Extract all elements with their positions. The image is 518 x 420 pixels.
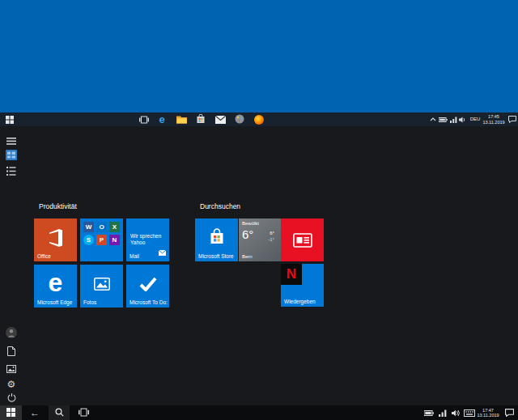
battery-icon[interactable] <box>422 405 435 420</box>
tile-news[interactable] <box>281 218 324 261</box>
start-button-top[interactable] <box>0 112 19 126</box>
back-button[interactable]: ← <box>24 405 45 420</box>
document-icon <box>7 345 15 359</box>
tile-label: Microsoft Store <box>198 253 234 259</box>
network-icon[interactable] <box>448 112 458 126</box>
start-menu-button[interactable] <box>5 134 18 147</box>
tile-microsoft-store[interactable]: Microsoft Store <box>195 218 238 261</box>
skype-icon[interactable]: S <box>83 235 94 245</box>
tile-office[interactable]: Office <box>34 218 77 261</box>
weather-city: Bern <box>242 254 253 259</box>
group-title-produktivitaet: Produktivität <box>39 202 77 210</box>
weather-low: -1° <box>268 237 274 242</box>
windows-logo-icon <box>6 405 15 420</box>
all-apps-icon <box>6 164 16 179</box>
battery-icon[interactable] <box>438 112 448 126</box>
weather-temperature: 6° <box>242 227 253 241</box>
action-center-button-top[interactable] <box>506 112 518 126</box>
all-apps-button[interactable] <box>5 165 18 178</box>
back-arrow-icon: ← <box>30 408 40 418</box>
tile-microsoft-edge[interactable]: e Microsoft Edge <box>34 265 77 308</box>
globe-app-icon <box>235 112 244 127</box>
windows-logo-icon <box>6 112 14 127</box>
date-text: 13.11.2019 <box>477 413 499 418</box>
gear-icon: ⚙ <box>7 380 16 389</box>
weather-high: 6° <box>270 231 274 235</box>
settings-button[interactable]: ⚙ <box>5 378 18 391</box>
mail-icon <box>215 112 226 127</box>
file-explorer-icon <box>176 112 187 127</box>
group-title-durchsuchen: Durchsuchen <box>200 202 240 210</box>
volume-icon[interactable] <box>450 405 461 420</box>
mail-badge-icon <box>159 244 166 259</box>
firefox-icon <box>254 115 264 125</box>
onenote-icon[interactable]: N <box>109 235 120 245</box>
taskbar-app-edge[interactable]: e <box>152 112 172 126</box>
taskbar-app-mail[interactable] <box>210 112 230 126</box>
weather-condition: Bewölkt <box>242 221 259 226</box>
powerpoint-icon[interactable]: P <box>96 235 107 245</box>
taskbar-bottom: ← 17:47 13.11.2019 <box>0 405 518 420</box>
desktop-wallpaper <box>0 0 518 112</box>
pinned-tiles-icon <box>6 149 17 163</box>
start-menu: ⚙ Produktivität Durchsuchen Office W O X… <box>0 126 518 405</box>
pictures-icon <box>6 362 16 376</box>
tile-label: Microsoft To Do: Li... <box>130 299 169 305</box>
start-button-bottom[interactable] <box>0 405 22 420</box>
user-account-button[interactable] <box>5 328 18 341</box>
netflix-n-icon: N <box>287 266 296 282</box>
tile-microsoft-todo[interactable]: Microsoft To Do: Li... <box>126 265 169 308</box>
tile-netflix[interactable]: N <box>281 264 302 285</box>
tile-label: Microsoft Edge <box>37 299 72 305</box>
action-center-icon <box>508 116 516 123</box>
taskbar-app-firefox[interactable] <box>249 112 269 126</box>
task-view-icon <box>79 405 89 420</box>
store-icon <box>196 112 206 127</box>
tile-weather[interactable]: Bewölkt 6° 6° -1° Bern <box>239 218 281 261</box>
word-icon[interactable]: W <box>83 222 94 232</box>
power-button[interactable] <box>5 392 18 405</box>
task-view-icon <box>139 112 149 127</box>
action-center-button-bottom[interactable] <box>503 405 516 420</box>
touch-keyboard-icon[interactable] <box>462 405 476 420</box>
tile-mail[interactable]: Wir sprechen Yahoo Mail <box>126 218 169 261</box>
volume-icon[interactable] <box>458 112 468 126</box>
task-view-button-top[interactable] <box>135 112 152 126</box>
search-button-bottom[interactable] <box>49 405 70 420</box>
clock-bottom[interactable]: 17:47 13.11.2019 <box>476 405 500 420</box>
task-view-button-bottom[interactable] <box>73 405 94 420</box>
date-text: 13.11.2019 <box>482 120 504 125</box>
documents-button[interactable] <box>5 346 18 358</box>
taskbar-app-file-explorer[interactable] <box>172 112 191 126</box>
screen: e <box>0 0 518 420</box>
pictures-button[interactable] <box>5 363 18 375</box>
tile-office-apps-folder[interactable]: W O X S P N <box>80 218 123 261</box>
taskbar-top: e <box>0 112 518 126</box>
action-center-icon <box>505 409 514 417</box>
tile-label: Fotos <box>83 299 96 305</box>
search-icon <box>55 405 64 420</box>
clock-top[interactable]: 17:45 13.11.2019 <box>482 112 505 126</box>
tile-fotos[interactable]: Fotos <box>80 265 123 308</box>
tray-chevron-up[interactable] <box>427 112 438 126</box>
excel-icon[interactable]: X <box>109 222 120 232</box>
language-indicator[interactable]: DEU <box>469 112 482 126</box>
taskbar-app-globe[interactable] <box>230 112 249 126</box>
edge-icon: e <box>159 114 164 125</box>
taskbar-app-store[interactable] <box>191 112 210 126</box>
tile-label: Office <box>37 253 51 259</box>
outlook-icon[interactable]: O <box>96 222 107 232</box>
hamburger-icon <box>6 134 16 148</box>
network-icon[interactable] <box>437 405 448 420</box>
news-icon <box>281 218 324 261</box>
pinned-tiles-button[interactable] <box>5 150 18 163</box>
power-icon <box>7 391 16 405</box>
tile-label: Mail <box>130 253 139 259</box>
user-avatar <box>6 327 17 342</box>
tile-label: Wiedergeben <box>284 299 316 304</box>
folder-mini-tiles: W O X S P N <box>83 222 121 245</box>
